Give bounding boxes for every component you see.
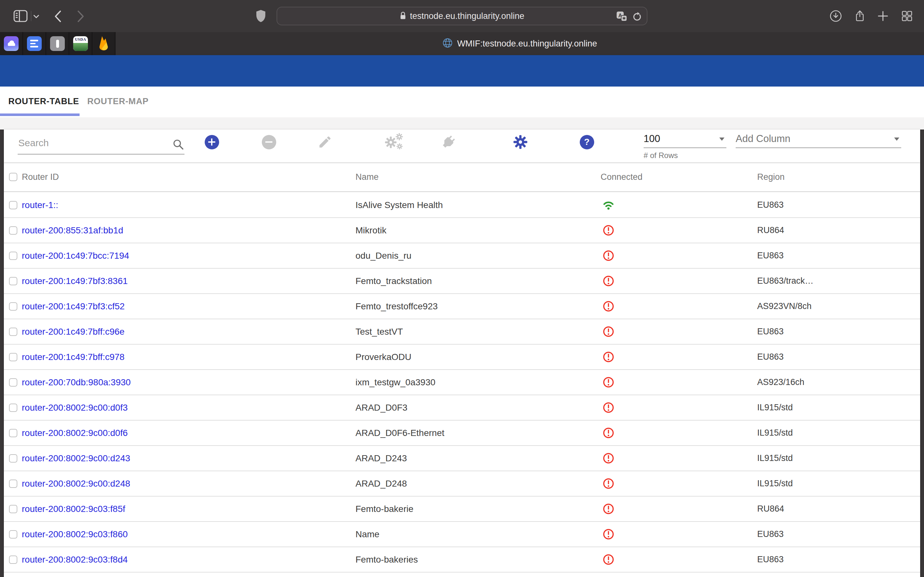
row-checkbox[interactable]: [9, 277, 17, 285]
router-name: Femto-bakeries: [355, 554, 601, 565]
router-name: ARAD_D243: [355, 453, 601, 464]
column-header-router-id: Router ID: [22, 172, 355, 182]
screen: testnode.eu.thingularity.online A: [0, 0, 924, 577]
router-id-link[interactable]: router-200:8002:9c00:d0f3: [22, 403, 128, 413]
router-region: IL915/std: [757, 453, 920, 463]
router-id-link[interactable]: router-200:8002:9c00:d0f6: [22, 428, 128, 438]
router-region: EU863: [757, 352, 920, 362]
rows-per-page-value: 100: [644, 133, 726, 145]
router-id-link[interactable]: router-200:8002:9c00:d248: [22, 479, 130, 488]
router-id-link[interactable]: router-200:1c49:7bf3:8361: [22, 276, 128, 286]
select-underline: [644, 147, 726, 148]
row-checkbox[interactable]: [9, 201, 17, 210]
share-icon[interactable]: [853, 9, 867, 23]
search-icon: [172, 139, 184, 152]
connect-plug-icon[interactable]: [439, 133, 457, 151]
row-checkbox[interactable]: [9, 480, 17, 488]
tab-overview-icon[interactable]: [900, 9, 914, 23]
add-router-button[interactable]: [203, 133, 221, 151]
row-checkbox[interactable]: [9, 353, 17, 361]
router-name: Mikrotik: [355, 226, 601, 235]
reload-icon[interactable]: [632, 11, 642, 23]
toolbar-help-button[interactable]: ?: [578, 133, 596, 151]
status-bubble: [0, 572, 3, 577]
router-region: RU864: [757, 504, 920, 514]
table-row: router-200:8002:9c00:d243 ARAD_D243 IL91…: [4, 446, 920, 471]
services-gears-icon[interactable]: [383, 133, 406, 151]
router-region: RU864: [757, 226, 920, 235]
address-bar[interactable]: testnode.eu.thingularity.online A: [276, 7, 648, 25]
router-name: Femto_trackstation: [355, 276, 601, 286]
pinned-tab-usda[interactable]: USDA: [69, 32, 92, 55]
pinned-tab-icloud[interactable]: [0, 32, 23, 55]
router-region: EU863: [757, 529, 920, 539]
row-checkbox[interactable]: [9, 429, 17, 437]
select-all-checkbox[interactable]: [9, 173, 17, 181]
router-id-link[interactable]: router-200:1c49:7bcc:7194: [22, 251, 129, 261]
row-checkbox[interactable]: [9, 251, 17, 260]
row-checkbox[interactable]: [9, 378, 17, 387]
sidebar-toggle-icon[interactable]: [13, 10, 28, 23]
remove-router-button[interactable]: [260, 133, 278, 151]
chevron-down-icon[interactable]: [33, 14, 39, 20]
error-status-icon: [603, 503, 614, 515]
usda-icon: USDA: [73, 36, 88, 51]
column-header-region: Region: [757, 172, 920, 182]
router-id-link[interactable]: router-1::: [22, 200, 58, 210]
router-region: AS923/16ch: [757, 377, 920, 387]
pinned-tab-info[interactable]: [46, 32, 69, 55]
router-region: IL915/std: [757, 428, 920, 438]
router-region: EU863: [757, 251, 920, 261]
add-column-select[interactable]: Add Column: [736, 133, 901, 148]
lock-icon: [400, 11, 406, 21]
new-tab-icon[interactable]: [876, 9, 890, 23]
table-toolbar: ? 100 # of Rows Add Column: [4, 129, 920, 162]
edit-icon[interactable]: [316, 133, 334, 151]
table-row: router-200:1c49:7bff:c978 ProverkaODU EU…: [4, 345, 920, 370]
tab-router-map[interactable]: ROUTER-MAP: [87, 96, 149, 106]
row-checkbox[interactable]: [9, 556, 17, 564]
router-id-link[interactable]: router-200:8002:9c03:f85f: [22, 504, 125, 514]
router-id-link[interactable]: router-200:8002:9c00:d243: [22, 453, 130, 463]
router-name: Femto-bakerie: [355, 504, 601, 514]
router-name: Name: [355, 529, 601, 540]
column-header-connected: Connected: [601, 172, 757, 182]
row-checkbox[interactable]: [9, 454, 17, 463]
router-region: IL915/std: [757, 479, 920, 488]
router-id-link[interactable]: router-200:8002:9c03:f8d4: [22, 554, 128, 564]
table-row: router-200:8002:9c00:d0f6 ARAD_D0F6-Ethe…: [4, 421, 920, 446]
search-input[interactable]: [18, 134, 184, 154]
router-id-link[interactable]: router-200:855:31af:bb1d: [22, 226, 123, 235]
error-status-icon: [603, 427, 614, 439]
table-row: router-200:8002:9c00:d0f3 ARAD_D0F3 IL91…: [4, 395, 920, 421]
downloads-icon[interactable]: [829, 9, 843, 23]
back-button[interactable]: [54, 10, 61, 24]
row-checkbox[interactable]: [9, 226, 17, 235]
router-region: EU863: [757, 554, 920, 564]
row-checkbox[interactable]: [9, 302, 17, 311]
privacy-shield-icon[interactable]: [256, 10, 266, 24]
active-browser-tab[interactable]: WMIF:testnode.eu.thingularity.online: [115, 32, 924, 55]
row-checkbox[interactable]: [9, 505, 17, 513]
router-id-link[interactable]: router-200:1c49:7bff:c978: [22, 352, 124, 362]
firebase-flame-icon: [97, 35, 110, 52]
router-name: ARAD_D248: [355, 479, 601, 489]
forward-button[interactable]: [77, 10, 85, 24]
router-id-link[interactable]: router-200:70db:980a:3930: [22, 377, 131, 387]
router-id-link[interactable]: router-200:1c49:7bff:c96e: [22, 327, 124, 337]
error-status-icon: [603, 452, 614, 464]
router-id-link[interactable]: router-200:8002:9c03:f860: [22, 529, 128, 539]
pinned-tab-firebase[interactable]: [92, 32, 115, 55]
row-checkbox[interactable]: [9, 327, 17, 336]
router-id-link[interactable]: router-200:1c49:7bf3:cf52: [22, 301, 125, 311]
pinned-tab-docs[interactable]: [23, 32, 46, 55]
settings-gear-icon[interactable]: [511, 133, 529, 151]
row-checkbox[interactable]: [9, 404, 17, 412]
table-row: router-200:1c49:7bf3:cf52 Femto_trestoff…: [4, 294, 920, 319]
table-row: router-200:1c49:7bcc:7194 odu_Denis_ru E…: [4, 243, 920, 269]
translate-icon[interactable]: A: [616, 11, 628, 24]
tab-router-table[interactable]: ROUTER-TABLE: [8, 96, 79, 106]
row-checkbox[interactable]: [9, 530, 17, 538]
search-field[interactable]: [18, 134, 184, 155]
rows-per-page-select[interactable]: 100 # of Rows: [644, 133, 726, 160]
